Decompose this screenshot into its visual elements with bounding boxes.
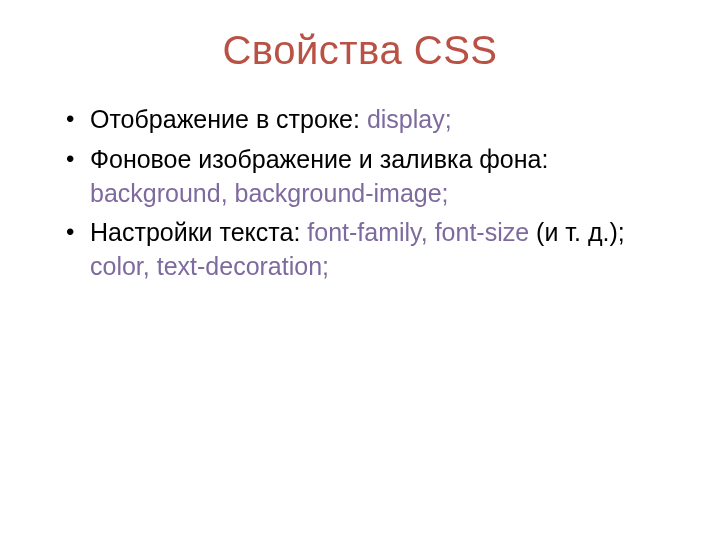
list-item: Фоновое изображение и заливка фона: back…: [70, 143, 672, 211]
item-code: font-family, font-size: [307, 218, 529, 246]
item-code: color, text-decoration;: [90, 252, 329, 280]
slide-title: Свойства CSS: [48, 28, 672, 73]
item-label: Отображение в строке:: [90, 105, 367, 133]
bullet-list: Отображение в строке: display; Фоновое и…: [48, 103, 672, 284]
item-label: Фоновое изображение и заливка фона:: [90, 145, 548, 173]
item-code: display;: [367, 105, 452, 133]
list-item: Отображение в строке: display;: [70, 103, 672, 137]
item-label: Настройки текста:: [90, 218, 307, 246]
item-mid: (и т. д.);: [529, 218, 625, 246]
list-item: Настройки текста: font-family, font-size…: [70, 216, 672, 284]
item-code: background, background-image;: [90, 179, 449, 207]
